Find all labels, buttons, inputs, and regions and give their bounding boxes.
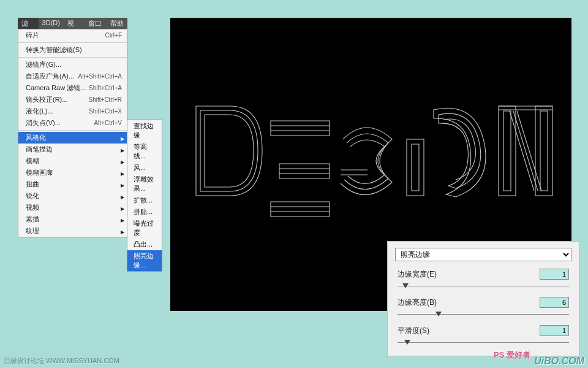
menu-滤镜T[interactable]: 滤镜(T) xyxy=(18,18,39,29)
submenu-item[interactable]: 扩散... xyxy=(127,194,162,206)
menu-item-label: 消失点(V)... xyxy=(26,118,61,128)
separator xyxy=(18,42,127,43)
stylize-submenu: 查找边缘等高线...风...浮雕效果...扩散...拼贴...曝光过度凸出...… xyxy=(127,120,162,272)
menu-item[interactable]: 转换为智能滤镜(S) xyxy=(18,44,127,56)
shortcut: Alt+Ctrl+V xyxy=(94,118,122,128)
shortcut: Shift+Ctrl+X xyxy=(89,107,122,116)
menu-item[interactable]: 自适应广角(A)...Alt+Shift+Ctrl+A xyxy=(18,71,127,82)
menu-窗口W[interactable]: 窗口(W) xyxy=(85,18,107,29)
menu-item-label: 模糊画廊 xyxy=(26,168,53,177)
param-row: 边缘宽度(E) xyxy=(395,267,571,281)
separator xyxy=(18,57,127,58)
footer-credit-left: 思缘设计论坛 WWW.MISSYUAN.COM xyxy=(4,356,119,366)
menu-item[interactable]: 锐化 xyxy=(18,190,127,202)
submenu-item[interactable]: 拼贴... xyxy=(127,206,162,218)
menu-item-label: 视频 xyxy=(26,203,39,212)
menu-视图V[interactable]: 视图(V) xyxy=(64,18,85,29)
param-input[interactable] xyxy=(540,269,569,280)
glowing-edges-panel: 照亮边缘 边缘宽度(E)边缘亮度(B)平滑度(S) xyxy=(387,241,579,356)
menu-item-label: 锐化 xyxy=(26,191,39,201)
param-slider[interactable] xyxy=(398,339,569,347)
menu-item-label: 转换为智能滤镜(S) xyxy=(26,45,82,55)
menu-item[interactable]: 滤镜库(G)... xyxy=(18,59,127,71)
shortcut: Ctrl+F xyxy=(105,31,123,40)
menu-帮助H[interactable]: 帮助(H) xyxy=(107,18,127,29)
menu-item-label: 模糊 xyxy=(26,156,39,166)
filter-select[interactable]: 照亮边缘 xyxy=(395,248,571,261)
menu-item[interactable]: 视频 xyxy=(18,202,127,213)
param-label: 边缘宽度(E) xyxy=(398,269,437,280)
footer-ps-logo: PS 爱好者 xyxy=(494,350,530,361)
footer-credit-right: UiBO.COM xyxy=(534,356,584,367)
menu-item-label: 画笔描边 xyxy=(26,145,53,154)
shortcut: Shift+Ctrl+A xyxy=(89,83,122,93)
menu-item-label: 素描 xyxy=(26,215,39,224)
menu-item[interactable]: Camera Raw 滤镜...Shift+Ctrl+A xyxy=(18,82,127,94)
menu-item-label: 碎片 xyxy=(26,31,39,40)
menu-item[interactable]: 液化(L)...Shift+Ctrl+X xyxy=(18,105,127,117)
menu-item-label: 风格化 xyxy=(26,133,46,142)
submenu-item[interactable]: 查找边缘 xyxy=(127,120,162,141)
menu-item[interactable]: 扭曲 xyxy=(18,178,127,190)
shortcut: Shift+Ctrl+R xyxy=(89,95,122,104)
param-slider[interactable] xyxy=(398,282,569,291)
param-slider[interactable] xyxy=(398,310,569,319)
menu-3DD[interactable]: 3D(D) xyxy=(39,18,64,29)
submenu-item[interactable]: 曝光过度 xyxy=(127,218,162,239)
menu-item[interactable]: 风格化 xyxy=(18,132,127,144)
param-row: 边缘亮度(B) xyxy=(395,296,571,309)
filter-menu-dropdown: 碎片Ctrl+F转换为智能滤镜(S)滤镜库(G)...自适应广角(A)...Al… xyxy=(18,29,127,237)
menu-item[interactable]: 纹理 xyxy=(18,225,127,237)
menubar: 滤镜(T)3D(D)视图(V)窗口(W)帮助(H) xyxy=(18,18,127,29)
submenu-item[interactable]: 浮雕效果... xyxy=(127,174,162,194)
param-row: 平滑度(S) xyxy=(395,324,571,337)
submenu-item[interactable]: 凸出... xyxy=(127,239,162,250)
shortcut: Alt+Shift+Ctrl+A xyxy=(78,72,122,81)
menu-item-label: 纹理 xyxy=(26,226,39,236)
menu-item-label: 滤镜库(G)... xyxy=(26,60,61,69)
menu-item-label: Camera Raw 滤镜... xyxy=(26,83,86,93)
menu-item-label: 扭曲 xyxy=(26,180,39,189)
menu-item[interactable]: 素描 xyxy=(18,213,127,225)
menu-item[interactable]: 镜头校正(R)...Shift+Ctrl+R xyxy=(18,94,127,105)
param-input[interactable] xyxy=(540,297,569,308)
menu-item[interactable]: 消失点(V)...Alt+Ctrl+V xyxy=(18,117,127,129)
menu-item-label: 自适应广角(A)... xyxy=(26,72,74,81)
menu-item[interactable]: 模糊画廊 xyxy=(18,167,127,178)
separator xyxy=(18,130,127,131)
menu-item-label: 镜头校正(R)... xyxy=(26,95,67,104)
menu-item[interactable]: 碎片Ctrl+F xyxy=(18,29,127,41)
param-label: 边缘亮度(B) xyxy=(398,297,437,308)
menu-item-label: 液化(L)... xyxy=(26,107,53,116)
submenu-item[interactable]: 等高线... xyxy=(127,141,162,162)
param-input[interactable] xyxy=(540,325,569,336)
menu-item[interactable]: 模糊 xyxy=(18,155,127,167)
menu-item[interactable]: 画笔描边 xyxy=(18,144,127,155)
submenu-item[interactable]: 风... xyxy=(127,162,162,174)
param-label: 平滑度(S) xyxy=(398,326,429,336)
submenu-item[interactable]: 照亮边缘... xyxy=(127,250,162,271)
